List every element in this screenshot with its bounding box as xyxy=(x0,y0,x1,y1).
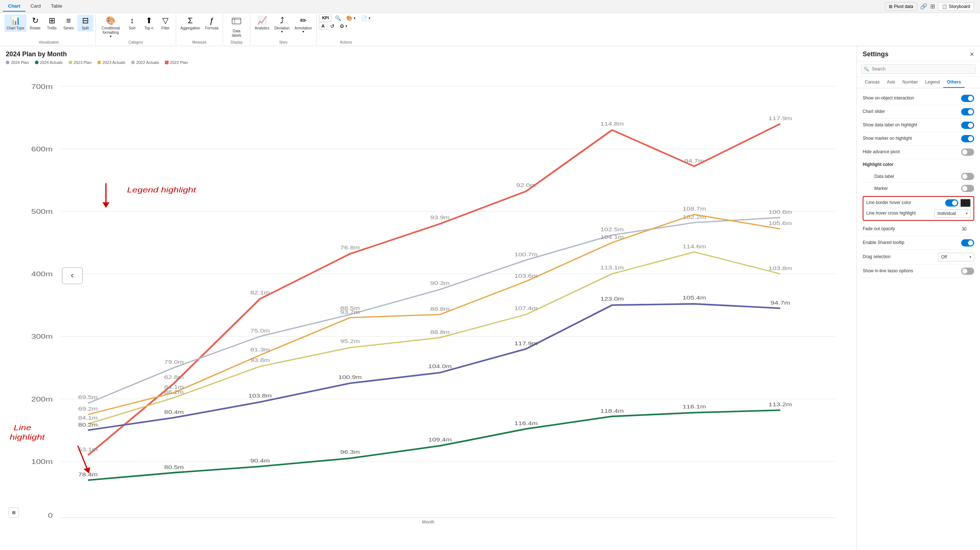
line-hover-cross-select-wrapper[interactable]: Individual All xyxy=(934,209,970,218)
line-2024actuals[interactable] xyxy=(88,410,780,480)
svg-text:75.0m: 75.0m xyxy=(250,327,270,334)
legend-item-2023plan[interactable]: 2023 Plan xyxy=(68,60,92,65)
toggle-data-label-highlight[interactable] xyxy=(961,122,974,129)
svg-text:62.8m: 62.8m xyxy=(164,374,184,380)
svg-text:102.5m: 102.5m xyxy=(600,226,624,233)
drag-selection-select[interactable]: Off On xyxy=(938,253,974,261)
toggle-marker-highlight[interactable] xyxy=(961,135,974,142)
series-button[interactable]: ≡ Series xyxy=(60,14,76,32)
kpi-button[interactable]: KPI xyxy=(319,14,332,22)
legend-label-2022plan: 2022 Plan xyxy=(170,60,188,65)
toggle-show-on-object[interactable] xyxy=(961,95,974,102)
split-button[interactable]: ⊟ Split xyxy=(77,14,93,32)
settings-tab-legend[interactable]: Legend xyxy=(921,77,943,88)
fade-out-opacity-input[interactable] xyxy=(956,225,974,233)
measure-label: Measure xyxy=(192,40,207,44)
svg-text:93.9m: 93.9m xyxy=(430,214,450,221)
svg-text:93.8m: 93.8m xyxy=(250,357,270,363)
pivot-data-button[interactable]: ⊞ Pivot data xyxy=(885,2,917,11)
settings-close-button[interactable]: ✕ xyxy=(969,51,974,58)
setting-label-marker-highlight: Show marker on highlight xyxy=(863,136,912,141)
toggle-chart-slider[interactable] xyxy=(961,108,974,116)
line-border-color-swatch[interactable] xyxy=(960,199,970,207)
refresh-button[interactable]: ↺ xyxy=(328,22,337,30)
toggle-data-label-sub[interactable] xyxy=(961,173,974,180)
toggle-shared-tooltip[interactable] xyxy=(961,239,974,246)
settings-tab-canvas[interactable]: Canvas xyxy=(861,77,883,88)
grid-icon[interactable]: ⊞ xyxy=(930,3,935,10)
link-icon[interactable]: 🔗 xyxy=(920,3,928,10)
toggle-marker-sub[interactable] xyxy=(961,185,974,192)
line-2023plan[interactable] xyxy=(88,252,780,424)
legend-item-2022plan[interactable]: 2022 Plan xyxy=(165,60,188,65)
svg-text:116.1m: 116.1m xyxy=(682,403,706,410)
svg-text:104.1m: 104.1m xyxy=(600,234,624,240)
annotation-button[interactable]: ✏ Annotation ▼ xyxy=(293,14,314,35)
line-2022plan[interactable] xyxy=(88,124,780,455)
rotate-button[interactable]: ↻ Rotate xyxy=(27,14,43,32)
settings-tab-others[interactable]: Others xyxy=(943,77,965,88)
legend-item-2022actuals[interactable]: 2022 Actuals xyxy=(131,60,159,65)
chart-svg: 700m 600m 500m 400m 300m 200m 100m 0 Jan… xyxy=(6,68,851,518)
trellis-icon: ⊞ xyxy=(49,16,55,25)
setting-hide-advance-pivot: Hide advance pivot xyxy=(863,146,974,159)
formula-button[interactable]: ƒ Formula xyxy=(203,14,221,32)
tab-table[interactable]: Table xyxy=(46,1,67,12)
svg-text:104.0m: 104.0m xyxy=(428,363,452,370)
chart-type-icon: 📊 xyxy=(11,16,20,25)
search-button[interactable]: 🔍 xyxy=(333,14,343,22)
ribbon-group-actions: KPI 🔍 🎨 ▼ 📄 ▼ A ↺ ⚙ ▼ Actions xyxy=(317,14,375,45)
chart-area: 2024 Plan by Month 2024 Plan 2024 Actual… xyxy=(0,46,856,550)
setting-label-line-hover-cross: Line hover cross highlight xyxy=(866,211,916,216)
x-axis-title: Month xyxy=(6,520,851,525)
conditional-formatting-button[interactable]: 🎨 Conditional formatting ▼ xyxy=(98,14,124,40)
settings-tab-axis[interactable]: Axis xyxy=(883,77,899,88)
analytics-button[interactable]: 📈 Analytics xyxy=(253,14,271,32)
legend-item-2024plan[interactable]: 2024 Plan xyxy=(6,60,29,65)
toggle-hide-advance-pivot[interactable] xyxy=(961,148,974,156)
tab-card[interactable]: Card xyxy=(25,1,46,12)
filter-button[interactable]: ▽ Filter xyxy=(158,14,173,32)
legend-item-2023actuals[interactable]: 2023 Actuals xyxy=(97,60,125,65)
drag-selection-wrapper[interactable]: Off On xyxy=(938,253,974,261)
settings-tab-number[interactable]: Number xyxy=(899,77,921,88)
trellis-button[interactable]: ⊞ Trellis xyxy=(44,14,60,32)
data-labels-button[interactable]: Data labels xyxy=(225,14,248,39)
deviation-button[interactable]: ⤴ Deviation ▼ xyxy=(272,14,292,35)
svg-text:300m: 300m xyxy=(31,333,52,340)
settings-search-container xyxy=(857,61,980,77)
setting-highlight-color-section: Highlight color xyxy=(863,159,974,171)
settings-ribbon-button[interactable]: ⚙ ▼ xyxy=(337,22,350,30)
chart-bottom-icon[interactable]: ⊞ xyxy=(9,507,19,518)
legend-dot-2023actuals xyxy=(97,60,101,64)
toggle-line-border-hover[interactable] xyxy=(945,199,958,207)
settings-panel: Settings ✕ Canvas Axis Number Legend Oth… xyxy=(856,46,980,550)
toggle-inline-lasso[interactable] xyxy=(961,267,974,275)
legend-item-2024actuals[interactable]: 2024 Actuals xyxy=(35,60,63,65)
svg-text:0: 0 xyxy=(48,512,52,518)
aggregation-button[interactable]: Σ Aggregation xyxy=(178,14,202,32)
svg-text:100.6m: 100.6m xyxy=(768,209,792,215)
ribbon-group-story: 📈 Analytics ⤴ Deviation ▼ ✏ Annotation ▼… xyxy=(250,14,317,45)
setting-label-marker-sub: Marker xyxy=(869,186,888,191)
palette-button[interactable]: 🎨 ▼ xyxy=(344,14,358,22)
svg-text:78.4m: 78.4m xyxy=(78,471,98,478)
svg-text:700m: 700m xyxy=(31,83,52,91)
storyboard-button[interactable]: 📋 Storyboard xyxy=(938,2,974,11)
tab-chart[interactable]: Chart xyxy=(3,1,25,12)
setting-drag-selection: Drag selection Off On xyxy=(863,250,974,265)
sort-button[interactable]: ↕ Sort xyxy=(124,14,140,32)
svg-text:100m: 100m xyxy=(31,458,52,466)
text-size-button[interactable]: A xyxy=(319,22,327,30)
line-hover-cross-select[interactable]: Individual All xyxy=(934,209,970,218)
svg-text:90.3m: 90.3m xyxy=(430,280,450,286)
settings-search-input[interactable] xyxy=(861,64,976,74)
aggregation-icon: Σ xyxy=(188,16,193,25)
chart-type-button[interactable]: 📊 Chart Type xyxy=(4,14,27,32)
svg-text:96.3m: 96.3m xyxy=(340,449,360,455)
data-labels-icon xyxy=(231,16,242,28)
top-n-button[interactable]: ⬆ Top n xyxy=(141,14,157,32)
line-2023actuals[interactable] xyxy=(88,215,780,415)
export-button[interactable]: 📄 ▼ xyxy=(359,14,373,22)
ribbon-group-display: Data labels Display xyxy=(223,14,250,45)
